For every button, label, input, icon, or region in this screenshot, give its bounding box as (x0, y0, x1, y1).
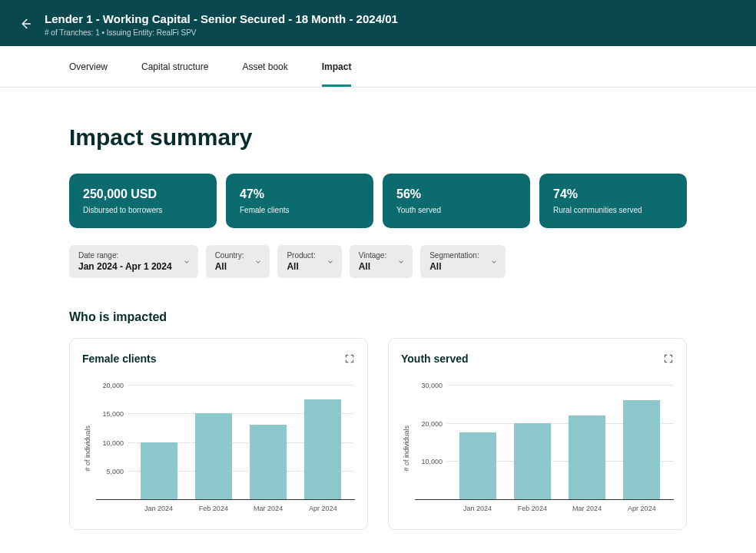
back-arrow-icon[interactable] (18, 17, 32, 31)
filter-value: All (287, 261, 315, 272)
kpi-card: 56%Youth served (383, 174, 530, 228)
chevron-down-icon (327, 258, 334, 266)
kpi-value: 250,000 USD (83, 187, 203, 201)
bar (514, 423, 551, 499)
y-axis-label: # of individuals (401, 426, 410, 472)
x-tick: Feb 2024 (195, 505, 232, 512)
header-title: Lender 1 - Working Capital - Senior Secu… (45, 12, 398, 25)
expand-icon[interactable] (663, 353, 674, 364)
bar (195, 413, 232, 499)
chart-title: Youth served (401, 353, 469, 365)
filter-label: Vintage: (359, 251, 387, 260)
bar (459, 432, 496, 499)
plot-area: 20,00015,00010,0005,000 (96, 385, 355, 500)
chevron-down-icon (490, 258, 498, 266)
filter-row: Date range:Jan 2024 - Apr 1 2024Country:… (69, 245, 687, 278)
y-tick: 20,000 (415, 420, 447, 428)
filter-vintage[interactable]: Vintage:All (350, 245, 413, 278)
y-tick: 30,000 (415, 382, 447, 389)
kpi-value: 56% (396, 187, 516, 201)
filter-product[interactable]: Product:All (277, 245, 341, 278)
y-tick: 20,000 (96, 382, 128, 389)
chart-title: Female clients (82, 353, 157, 365)
kpi-label: Youth served (396, 206, 516, 214)
bar (569, 416, 605, 499)
x-tick: Feb 2024 (514, 505, 551, 512)
tab-asset-book[interactable]: Asset book (242, 61, 287, 72)
y-tick: 10,000 (415, 458, 447, 465)
kpi-value: 47% (240, 187, 360, 201)
filter-label: Country: (215, 251, 244, 260)
header-subtitle: # of Tranches: 1 • Issuing Entity: RealF… (45, 28, 398, 37)
filter-label: Product: (287, 251, 315, 260)
section-title: Who is impacted (69, 310, 687, 324)
chart-card: Youth served# of individuals30,00020,000… (388, 338, 687, 530)
chevron-down-icon (183, 258, 191, 266)
tab-capital-structure[interactable]: Capital structure (141, 61, 208, 72)
tab-impact[interactable]: Impact (322, 61, 352, 72)
app-header: Lender 1 - Working Capital - Senior Secu… (0, 0, 756, 46)
filter-value: Jan 2024 - Apr 1 2024 (78, 261, 172, 272)
bar (250, 425, 287, 499)
charts-row: Female clients# of individuals20,00015,0… (69, 338, 687, 530)
plot-area: 30,00020,00010,000 (415, 385, 674, 500)
y-tick: 5,000 (96, 468, 128, 475)
expand-icon[interactable] (344, 353, 355, 364)
y-tick: 15,000 (96, 410, 128, 418)
filter-segmentation[interactable]: Segmentation:All (420, 245, 506, 278)
filter-value: All (215, 261, 244, 272)
filter-label: Segmentation: (429, 251, 479, 260)
kpi-label: Female clients (240, 206, 360, 214)
tab-bar: OverviewCapital structureAsset bookImpac… (0, 46, 756, 88)
filter-label: Date range: (78, 251, 172, 260)
x-tick: Jan 2024 (459, 505, 496, 512)
bar (623, 400, 660, 499)
kpi-row: 250,000 USDDisbursed to borrowers47%Fema… (69, 174, 687, 228)
y-tick: 10,000 (96, 439, 128, 447)
bar (304, 399, 341, 499)
x-tick: Apr 2024 (304, 505, 341, 512)
x-tick: Mar 2024 (569, 505, 605, 512)
chevron-down-icon (397, 258, 405, 266)
kpi-label: Rural communities served (553, 206, 673, 214)
tab-overview[interactable]: Overview (69, 61, 108, 72)
kpi-value: 74% (553, 187, 673, 201)
kpi-label: Disbursed to borrowers (83, 206, 203, 214)
page-title: Impact summary (69, 124, 687, 151)
kpi-card: 250,000 USDDisbursed to borrowers (69, 174, 217, 228)
y-axis-label: # of individuals (82, 426, 91, 472)
bar (141, 442, 177, 500)
filter-country[interactable]: Country:All (206, 245, 270, 278)
filter-value: All (359, 261, 387, 272)
kpi-card: 74%Rural communities served (539, 174, 687, 228)
chevron-down-icon (254, 258, 262, 266)
x-tick: Apr 2024 (623, 505, 660, 512)
filter-daterange[interactable]: Date range:Jan 2024 - Apr 1 2024 (69, 245, 198, 278)
x-tick: Jan 2024 (141, 505, 177, 512)
chart-card: Female clients# of individuals20,00015,0… (69, 338, 368, 530)
kpi-card: 47%Female clients (226, 174, 373, 228)
filter-value: All (429, 261, 479, 272)
x-tick: Mar 2024 (250, 505, 287, 512)
